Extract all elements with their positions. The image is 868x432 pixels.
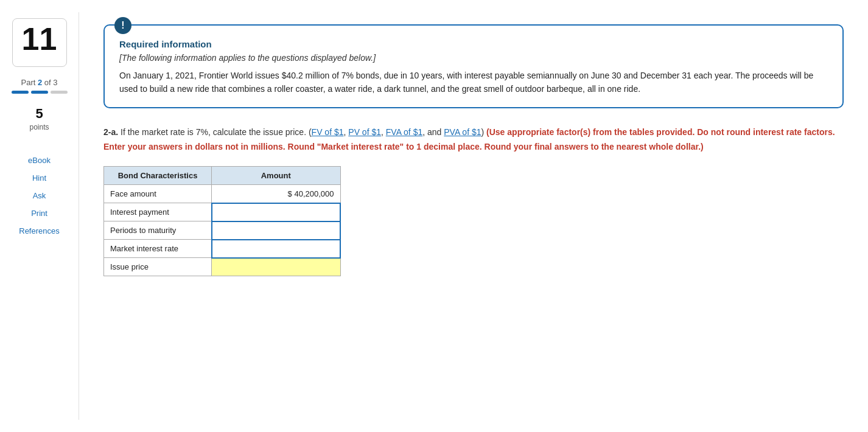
interest-payment-cell[interactable] bbox=[212, 203, 340, 221]
interest-payment-label: Interest payment bbox=[104, 203, 212, 221]
periods-cell[interactable] bbox=[212, 221, 340, 240]
points-number: 5 bbox=[29, 106, 49, 122]
paren-close: ) bbox=[481, 127, 485, 137]
points-section: 5 points bbox=[29, 106, 49, 131]
table-row-face-amount: Face amount $ 40,200,000 bbox=[104, 185, 341, 203]
print-link[interactable]: Print bbox=[31, 209, 47, 218]
ebook-link[interactable]: eBook bbox=[28, 156, 51, 165]
hint-link[interactable]: Hint bbox=[32, 173, 46, 183]
info-box-title: Required information bbox=[119, 39, 828, 49]
table-row-periods: Periods to maturity bbox=[104, 221, 341, 240]
part-label: Part 2 of 3 bbox=[21, 78, 57, 87]
face-amount-value: $ 40,200,000 bbox=[212, 185, 340, 203]
comma-2: , bbox=[381, 127, 386, 137]
market-rate-label: Market interest rate bbox=[104, 240, 212, 258]
info-box: ! Required information [The following in… bbox=[103, 24, 844, 108]
market-rate-cell[interactable] bbox=[212, 240, 340, 258]
market-rate-input[interactable] bbox=[212, 240, 340, 257]
fva-link[interactable]: FVA of $1 bbox=[386, 127, 422, 137]
col-header-amount: Amount bbox=[212, 167, 340, 185]
points-label: points bbox=[29, 123, 49, 131]
pv-link[interactable]: PV of $1 bbox=[348, 127, 381, 137]
interest-payment-input[interactable] bbox=[212, 204, 340, 221]
progress-segment-2 bbox=[31, 91, 48, 94]
face-amount-label: Face amount bbox=[104, 185, 212, 203]
info-box-body: On January 1, 2021, Frontier World issue… bbox=[119, 69, 828, 96]
comma-3: , and bbox=[422, 127, 444, 137]
table-row-market-rate: Market interest rate bbox=[104, 240, 341, 258]
question-number-box: 11 bbox=[12, 18, 67, 67]
table-row-issue-price: Issue price bbox=[104, 258, 341, 276]
info-box-subtitle: [The following information applies to th… bbox=[119, 53, 828, 63]
periods-input[interactable] bbox=[212, 222, 340, 239]
face-amount-display: $ 40,200,000 bbox=[288, 189, 334, 198]
col-header-characteristics: Bond Characteristics bbox=[104, 167, 212, 185]
issue-price-label: Issue price bbox=[104, 258, 212, 276]
question-text: 2-a. If the market rate is 7%, calculate… bbox=[103, 125, 844, 155]
sidebar-links: eBook Hint Ask Print References bbox=[19, 156, 59, 235]
sidebar: 11 Part 2 of 3 5 points eBook Hint Ask P… bbox=[0, 12, 79, 420]
progress-segment-1 bbox=[12, 91, 29, 94]
info-icon: ! bbox=[114, 17, 131, 34]
question-number: 11 bbox=[22, 23, 57, 55]
periods-label: Periods to maturity bbox=[104, 221, 212, 240]
table-row-interest-payment: Interest payment bbox=[104, 203, 341, 221]
progress-bar bbox=[12, 91, 68, 94]
bond-table: Bond Characteristics Amount Face amount … bbox=[103, 166, 341, 276]
pva-link[interactable]: PVA of $1 bbox=[444, 127, 481, 137]
question-intro: If the market rate is 7%, calculate the … bbox=[121, 127, 312, 137]
progress-segment-3 bbox=[51, 91, 68, 94]
issue-price-input[interactable] bbox=[212, 259, 340, 276]
main-content: ! Required information [The following in… bbox=[79, 12, 868, 420]
references-link[interactable]: References bbox=[19, 226, 59, 235]
issue-price-cell[interactable] bbox=[212, 258, 340, 276]
fv-link[interactable]: FV of $1 bbox=[312, 127, 344, 137]
ask-link[interactable]: Ask bbox=[33, 191, 46, 200]
question-id: 2-a. bbox=[103, 127, 118, 137]
